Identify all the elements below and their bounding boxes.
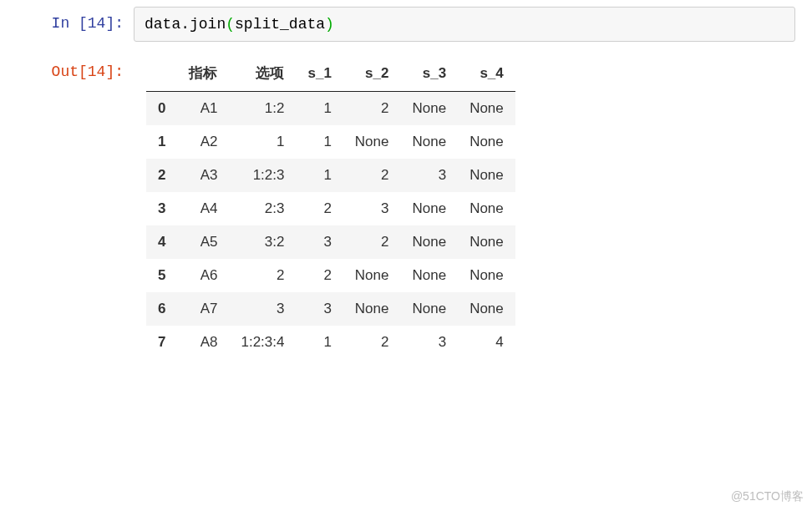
code-token-call: data.join bbox=[145, 16, 226, 33]
table-cell: 2 bbox=[229, 259, 296, 292]
input-cell-row: In [14]: data.join(split_data) bbox=[0, 0, 812, 48]
table-cell: None bbox=[458, 159, 515, 192]
output-prompt: Out[14]: bbox=[0, 55, 134, 80]
code-input-area[interactable]: data.join(split_data) bbox=[134, 7, 795, 42]
table-row: 0 A1 1:2 1 2 None None bbox=[146, 92, 515, 126]
table-cell: 2 bbox=[343, 159, 401, 192]
table-col-header: 指标 bbox=[177, 55, 229, 92]
table-cell: None bbox=[343, 259, 401, 292]
table-cell: None bbox=[343, 292, 401, 326]
table-cell: None bbox=[458, 225, 515, 259]
table-cell: None bbox=[458, 259, 515, 292]
table-cell: 1:2:3 bbox=[229, 159, 296, 192]
table-cell: 1 bbox=[296, 125, 343, 159]
table-cell: 1 bbox=[296, 326, 343, 359]
table-row: 6 A7 3 3 None None None bbox=[146, 292, 515, 326]
table-cell: A5 bbox=[177, 225, 229, 259]
code-token-arg: split_data bbox=[235, 16, 325, 33]
table-col-header: s_1 bbox=[296, 55, 343, 92]
table-cell: A8 bbox=[177, 326, 229, 359]
table-corner-cell bbox=[146, 55, 177, 92]
table-col-header: s_4 bbox=[458, 55, 515, 92]
table-cell: 2 bbox=[296, 192, 343, 225]
table-row: 5 A6 2 2 None None None bbox=[146, 259, 515, 292]
table-cell: None bbox=[458, 92, 515, 126]
table-head: 指标 选项 s_1 s_2 s_3 s_4 bbox=[146, 55, 515, 92]
table-cell: 2 bbox=[343, 92, 401, 126]
table-row-index: 2 bbox=[146, 159, 177, 192]
table-cell: None bbox=[400, 259, 458, 292]
table-cell: None bbox=[400, 292, 458, 326]
table-cell: A3 bbox=[177, 159, 229, 192]
table-cell: None bbox=[400, 92, 458, 126]
table-cell: 2 bbox=[296, 259, 343, 292]
table-cell: None bbox=[400, 192, 458, 225]
table-cell: 1 bbox=[296, 159, 343, 192]
table-cell: 2 bbox=[343, 225, 401, 259]
table-cell: 3 bbox=[400, 326, 458, 359]
table-row-index: 3 bbox=[146, 192, 177, 225]
table-row-index: 6 bbox=[146, 292, 177, 326]
table-row-index: 0 bbox=[146, 92, 177, 126]
table-col-header: 选项 bbox=[229, 55, 296, 92]
table-col-header: s_3 bbox=[400, 55, 458, 92]
table-cell: 3 bbox=[296, 292, 343, 326]
output-area: 指标 选项 s_1 s_2 s_3 s_4 0 A1 1:2 1 2 None … bbox=[134, 55, 812, 359]
table-cell: 1:2 bbox=[229, 92, 296, 126]
table-cell: 3 bbox=[400, 159, 458, 192]
table-col-header: s_2 bbox=[343, 55, 401, 92]
table-cell: None bbox=[400, 125, 458, 159]
table-cell: A6 bbox=[177, 259, 229, 292]
dataframe-table: 指标 选项 s_1 s_2 s_3 s_4 0 A1 1:2 1 2 None … bbox=[146, 55, 515, 359]
code-token-paren-open: ( bbox=[226, 16, 235, 33]
table-cell: None bbox=[343, 125, 401, 159]
table-cell: 3:2 bbox=[229, 225, 296, 259]
table-row: 7 A8 1:2:3:4 1 2 3 4 bbox=[146, 326, 515, 359]
table-cell: None bbox=[400, 225, 458, 259]
table-row-index: 4 bbox=[146, 225, 177, 259]
table-cell: None bbox=[458, 192, 515, 225]
watermark: @51CTO博客 bbox=[731, 489, 804, 504]
table-cell: 3 bbox=[343, 192, 401, 225]
table-cell: A1 bbox=[177, 92, 229, 126]
table-row: 3 A4 2:3 2 3 None None bbox=[146, 192, 515, 225]
table-body: 0 A1 1:2 1 2 None None 1 A2 1 1 None Non… bbox=[146, 92, 515, 360]
table-row-index: 7 bbox=[146, 326, 177, 359]
table-row: 1 A2 1 1 None None None bbox=[146, 125, 515, 159]
table-cell: None bbox=[458, 292, 515, 326]
table-cell: 1:2:3:4 bbox=[229, 326, 296, 359]
table-row-index: 1 bbox=[146, 125, 177, 159]
output-cell-row: Out[14]: 指标 选项 s_1 s_2 s_3 s_4 0 A1 1:2 bbox=[0, 48, 812, 366]
input-prompt: In [14]: bbox=[0, 7, 134, 32]
table-row: 2 A3 1:2:3 1 2 3 None bbox=[146, 159, 515, 192]
table-cell: 3 bbox=[229, 292, 296, 326]
table-cell: 2:3 bbox=[229, 192, 296, 225]
table-cell: 3 bbox=[296, 225, 343, 259]
table-cell: A7 bbox=[177, 292, 229, 326]
table-row: 4 A5 3:2 3 2 None None bbox=[146, 225, 515, 259]
table-cell: A2 bbox=[177, 125, 229, 159]
table-cell: 4 bbox=[458, 326, 515, 359]
table-header-row: 指标 选项 s_1 s_2 s_3 s_4 bbox=[146, 55, 515, 92]
table-cell: 1 bbox=[296, 92, 343, 126]
table-cell: 2 bbox=[343, 326, 401, 359]
table-row-index: 5 bbox=[146, 259, 177, 292]
table-cell: A4 bbox=[177, 192, 229, 225]
table-cell: None bbox=[458, 125, 515, 159]
table-cell: 1 bbox=[229, 125, 296, 159]
code-token-paren-close: ) bbox=[325, 16, 334, 33]
